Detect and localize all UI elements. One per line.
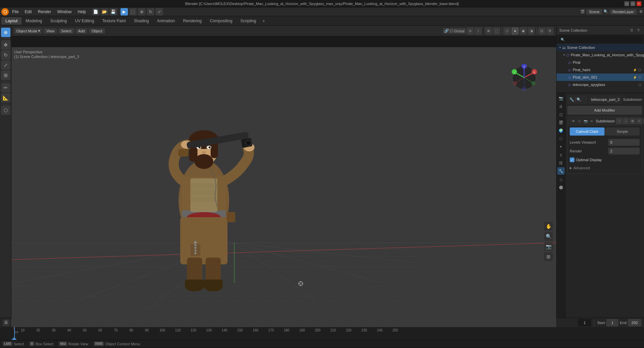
save-file-icon[interactable]: 💾: [110, 8, 117, 16]
levels-viewport-value[interactable]: 0: [608, 139, 640, 146]
tab-texture-paint[interactable]: Texture Paint: [98, 17, 130, 25]
new-file-icon[interactable]: 📄: [92, 8, 100, 16]
scene-collection-item[interactable]: ▾ 🗂 Scene Collection: [557, 44, 644, 51]
mod-edit-icon[interactable]: ✏: [590, 119, 593, 123]
viewport-gizmo[interactable]: X Y Z: [511, 64, 538, 92]
props-material-icon[interactable]: ⬤: [557, 183, 565, 191]
zoom-icon[interactable]: 🔍: [544, 232, 553, 241]
tab-compositing[interactable]: Compositing: [206, 17, 237, 25]
object-menu[interactable]: Object: [89, 28, 105, 34]
menu-render[interactable]: Render: [35, 9, 54, 15]
props-output-icon[interactable]: 🖨: [557, 103, 565, 110]
select-menu[interactable]: Select: [58, 28, 74, 34]
material-preview-icon[interactable]: ◉: [519, 27, 527, 35]
transform-tool[interactable]: ⊞: [1, 70, 10, 80]
add-menu[interactable]: Add: [76, 28, 88, 34]
wireframe-icon[interactable]: ⬡: [503, 27, 511, 35]
solid-icon[interactable]: ●: [511, 27, 519, 35]
view-menu[interactable]: View: [44, 28, 57, 34]
cursor-tool[interactable]: ⊕: [1, 28, 10, 37]
tab-sculpting[interactable]: Sculpting: [46, 17, 71, 25]
props-render-icon[interactable]: 📷: [557, 94, 565, 102]
menu-file[interactable]: File: [9, 9, 21, 15]
tab-layout[interactable]: Layout: [1, 17, 22, 25]
viewport-canvas[interactable]: User Perspective (1) Scene Collection | …: [11, 47, 556, 328]
outliner-search-input[interactable]: [566, 36, 640, 43]
tab-animation[interactable]: Animation: [153, 17, 179, 25]
mod-apply-icon[interactable]: ✓: [636, 118, 642, 124]
fit-view-icon[interactable]: ⊞: [544, 252, 553, 261]
rotate-icon[interactable]: ↻: [147, 8, 154, 16]
menu-window[interactable]: Window: [54, 9, 74, 15]
render-value[interactable]: 2: [608, 148, 640, 154]
close-button[interactable]: ✕: [637, 1, 641, 6]
mod-move-up-icon[interactable]: ↑: [616, 118, 622, 124]
proportional-edit-icon[interactable]: ⊙: [466, 27, 474, 35]
navigation-gizmo[interactable]: X Y Z: [511, 64, 538, 91]
frame-ruler[interactable]: 10 10 20 30 40 50 60 70 80 90 100 110 12…: [0, 327, 644, 340]
end-frame-input[interactable]: 250: [628, 319, 641, 326]
minimize-button[interactable]: ─: [624, 1, 629, 6]
props-object-icon[interactable]: ⬡: [557, 135, 565, 142]
start-frame-input[interactable]: 1: [606, 319, 618, 326]
outliner-filter-icon[interactable]: ☰: [628, 27, 635, 33]
outliner-item-pirat-skin[interactable]: ▷ Pirat_skin_001 ⚡ ⬡: [557, 74, 644, 81]
props-object-name[interactable]: telescope_part_3: [589, 95, 621, 104]
rotate-tool[interactable]: ↻: [1, 50, 10, 60]
mod-render-icon[interactable]: 📷: [584, 119, 588, 123]
scene-selector[interactable]: Scene: [586, 9, 602, 14]
catmull-clark-tab[interactable]: Catmull-Clark: [570, 127, 605, 136]
camera-icon[interactable]: 📷: [544, 242, 553, 251]
props-view-layer-icon[interactable]: ◫: [557, 111, 565, 118]
annotate-tool[interactable]: ✏: [1, 83, 10, 92]
mod-duplicate-icon[interactable]: ⧉: [629, 118, 636, 124]
outliner-funnel-icon[interactable]: ⊽: [635, 27, 641, 33]
simple-tab[interactable]: Simple: [605, 127, 640, 136]
mod-move-down-icon[interactable]: ↓: [623, 118, 629, 124]
select-icon[interactable]: ⬚: [493, 27, 500, 35]
props-physics-icon[interactable]: ⧖: [557, 151, 565, 158]
move-tool[interactable]: ✥: [1, 40, 10, 50]
cursor-icon[interactable]: ⊕: [485, 27, 492, 35]
outliner-item-pirat-hairs[interactable]: ▷ Pirat_hairs ⚡ ⬡: [557, 66, 644, 74]
props-data-icon[interactable]: △: [557, 175, 565, 183]
snap-label[interactable]: Global: [454, 29, 464, 33]
rendered-icon[interactable]: ◑: [528, 27, 535, 35]
mod-realtime-icon[interactable]: ⬡: [578, 119, 581, 123]
blender-logo[interactable]: ⬡: [1, 8, 9, 16]
tab-rendering[interactable]: Rendering: [179, 17, 206, 25]
mod-visibility-icon[interactable]: 👁: [572, 119, 575, 123]
tab-modeling[interactable]: Modeling: [22, 17, 46, 25]
tab-scripting[interactable]: Scripting: [236, 17, 260, 25]
overlay-icon[interactable]: ⊡: [538, 27, 545, 35]
object-mode-selector[interactable]: Object Mode ▾: [14, 28, 42, 34]
current-frame-input[interactable]: 1: [578, 319, 591, 326]
add-tool[interactable]: ⬡: [1, 106, 10, 115]
props-constraints-icon[interactable]: ⛓: [557, 159, 565, 167]
proportional-type-icon[interactable]: ↕: [475, 27, 482, 35]
gizmo-icon[interactable]: ✛: [546, 27, 554, 35]
props-modifiers-icon[interactable]: 🔧: [557, 167, 565, 175]
outliner-item-pirat[interactable]: ▷ Pirat: [557, 59, 644, 66]
maximize-button[interactable]: □: [630, 1, 635, 6]
tab-shading[interactable]: Shading: [130, 17, 153, 25]
menu-edit[interactable]: Edit: [22, 9, 34, 15]
add-workspace-button[interactable]: +: [260, 18, 267, 24]
tab-uv-editing[interactable]: UV Editing: [71, 17, 98, 25]
transform-icon[interactable]: ⊕: [138, 8, 145, 16]
props-world-icon[interactable]: 🌍: [557, 127, 565, 134]
open-file-icon[interactable]: 📂: [101, 8, 108, 16]
measure-tool[interactable]: 📐: [1, 93, 10, 103]
advanced-section[interactable]: ▶ Advanced: [570, 165, 640, 171]
optimal-display-checkbox[interactable]: ✓: [570, 157, 574, 162]
add-modifier-button[interactable]: Add Modifier: [567, 106, 642, 115]
props-scene-icon[interactable]: 🎬: [557, 119, 565, 126]
props-particles-icon[interactable]: ✦: [557, 143, 565, 150]
menu-help[interactable]: Help: [75, 9, 89, 15]
object-select-icon[interactable]: ⬚: [129, 8, 137, 16]
play-icon[interactable]: ▶: [120, 8, 128, 16]
scale-icon[interactable]: ⤢: [156, 8, 163, 16]
outliner-item-pirate[interactable]: ▾ ⬡ Pirate_Man_Looking_at_Horizon_with_S…: [557, 51, 644, 59]
pan-view-icon[interactable]: ✋: [544, 222, 553, 231]
timeline-menu-icon[interactable]: ☰: [3, 319, 9, 326]
